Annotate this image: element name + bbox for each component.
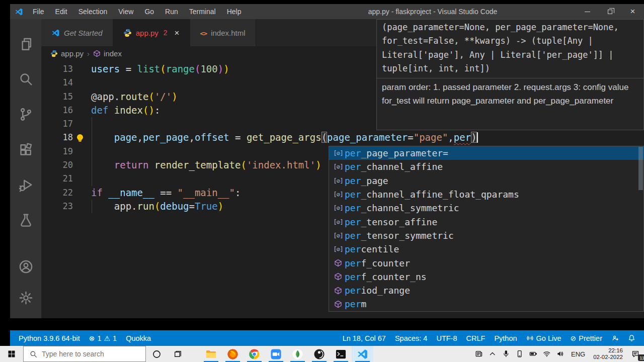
suggestion-perm[interactable]: perm [329,297,643,311]
menu-item-view[interactable]: View [113,6,139,17]
source-control-icon [19,107,33,122]
hover-doc: param order: 1. passed parameter 2. requ… [377,78,643,110]
windows-logo-icon [8,350,16,358]
lightbulb-icon[interactable] [77,134,83,140]
activitybar-explorer-button[interactable] [14,26,38,61]
taskbar-app-terminal[interactable] [330,346,352,362]
activitybar-extensions-button[interactable] [14,132,38,167]
code-token: route [120,91,148,102]
taskbar-app-zoom[interactable] [265,346,287,362]
suggestion-per-channel-symmetric[interactable]: [⊘]per_channel_symmetric [329,201,643,215]
action-center-button[interactable]: 11 [627,346,644,362]
tray-chevron-up-button[interactable] [486,346,499,362]
status-ln-18-col-67[interactable]: Ln 18, Col 67 [338,334,390,342]
minimize-button[interactable] [576,4,599,19]
window-controls: × [576,4,644,19]
taskbar-app-vscode[interactable] [352,346,373,362]
tray-volume-button[interactable] [553,346,567,362]
activitybar-settings-button[interactable] [14,282,38,313]
menu-item-terminal[interactable]: Terminal [184,6,221,17]
tray-news-button[interactable] [472,346,486,362]
status-bell[interactable] [623,334,640,342]
tab-index-html[interactable]: <>index.html [190,19,256,46]
code-token: ( [143,105,148,116]
status-go-live[interactable]: Go Live [522,334,566,342]
tab-get-started[interactable]: Get Started [41,19,113,46]
restore-button[interactable] [599,4,621,19]
line-number: 18 [41,131,73,144]
suggestion-match: per [345,299,361,309]
menu-item-run[interactable]: Run [159,6,184,17]
code-token [91,132,114,143]
activitybar-account-button[interactable] [14,251,38,282]
taskbar-app-firefox[interactable] [222,346,244,362]
code-token: render_template [154,159,241,170]
breadcrumb-item-index[interactable]: index [93,49,122,58]
suggestion-per-page[interactable]: [⊘]per_page [329,174,643,188]
suggestion-label: f_counter_ns [361,272,427,282]
status-feedback[interactable] [607,334,623,342]
tab-close-icon[interactable]: × [175,29,180,37]
tray-phone-button[interactable] [513,346,526,362]
suggestion-per-tensor-affine[interactable]: [⊘]per_tensor_affine [329,215,643,228]
suggestion-perf-counter[interactable]: perf_counter [329,256,643,269]
suggestion-percentile[interactable]: [⊘]percentile [329,242,643,256]
suggestion-match: per [345,161,361,172]
start-button[interactable] [0,346,23,362]
status-python-3-9-6-64-bit[interactable]: Python 3.9.6 64-bit [14,334,85,342]
code-token: ( [195,63,200,74]
taskbar-search[interactable] [23,346,146,362]
status-crlf[interactable]: CRLF [462,334,490,342]
taskbar-app-obs[interactable] [308,346,330,362]
status-python[interactable]: Python [490,334,521,342]
suggestion-period-range[interactable]: period_range [329,284,643,297]
status-spaces-4[interactable]: Spaces: 4 [390,334,432,342]
status-prettier[interactable]: ⊘Prettier [566,334,607,342]
activitybar-testing-button[interactable] [14,202,38,237]
menu-item-edit[interactable]: Edit [50,6,73,17]
tray-mic-button[interactable] [499,346,513,362]
menu-item-file[interactable]: File [27,6,50,17]
status-problems[interactable]: ⊗1⚠1 [85,334,121,342]
language-indicator[interactable]: ENG [567,350,589,358]
code-token: , [137,132,143,143]
taskbar-app-file-explorer[interactable] [200,346,222,362]
keyword-argument-icon: [⊘] [332,245,345,253]
cortana-icon [152,350,161,358]
taskbar-app-chrome[interactable] [244,346,265,362]
taskbar-app-mongodb[interactable] [287,346,308,362]
close-button[interactable]: × [621,4,644,19]
status-quokka[interactable]: Quokka [121,334,155,342]
task-view-button[interactable] [167,346,188,362]
clock[interactable]: 22:16 02-02-2022 [589,347,627,360]
activitybar-source-control-button[interactable] [14,97,38,132]
code-token: "page" [414,132,448,143]
suggestion-per-channel-affine[interactable]: [⊘]per_channel_affine [329,160,643,173]
code-token: list [137,63,160,74]
tray-wifi-button[interactable] [540,346,553,362]
menu-item-help[interactable]: Help [221,6,247,17]
breadcrumb-item-app-py[interactable]: app.py [50,49,84,58]
status-utf-8[interactable]: UTF-8 [432,334,461,342]
suggestion-per-page-parameter[interactable]: [⊘]per_page_parameter= [329,146,643,160]
activitybar-search-button[interactable] [14,61,38,97]
hover-tooltip: (page_parameter=None, per_page_parameter… [376,19,644,130]
notification-badge: 11 [638,354,644,361]
tray-battery-button[interactable] [526,346,540,362]
suggestion-perf-counter-ns[interactable]: perf_counter_ns [329,270,643,284]
code-token: ( [321,132,327,143]
tab-app-py[interactable]: app.py2× [113,19,190,46]
suggest-scrollbar[interactable] [638,147,643,190]
firefox-icon [227,348,238,360]
menu-item-go[interactable]: Go [139,6,159,17]
suggestion-per-tensor-symmetric[interactable]: [⊘]per_tensor_symmetric [329,229,643,242]
suggestion-match: per [345,148,361,158]
code-line-18[interactable]: 18 page,per_page,offset = get_page_args(… [41,131,644,144]
suggestion-per-channel-affine-float-qparams[interactable]: [⊘]per_channel_affine_float_qparams [329,188,643,201]
chevron-up-icon [489,350,497,358]
activitybar-run-debug-button[interactable] [14,167,38,202]
menu-item-selection[interactable]: Selection [73,6,113,17]
cortana-button[interactable] [146,346,167,362]
search-input[interactable] [42,350,132,358]
code-token: ) [172,91,177,102]
